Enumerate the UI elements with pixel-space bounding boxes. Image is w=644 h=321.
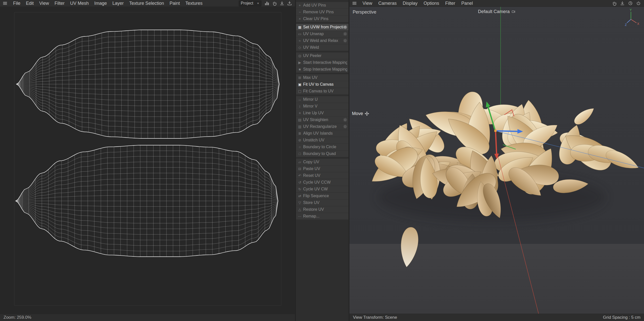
cmd-uv-weld-and-relax-icon: ≈	[297, 39, 302, 43]
cmd-set-uvw-from-projection-icon: ▦	[297, 25, 302, 29]
settings-gear-icon[interactable]	[343, 25, 347, 29]
settings-gear-icon[interactable]	[343, 125, 347, 129]
cmd-uv-peeler[interactable]: ◎UV Peeler	[296, 52, 348, 59]
download-icon[interactable]	[279, 1, 285, 6]
menu-edit[interactable]: Edit	[26, 1, 34, 6]
power-icon[interactable]	[636, 1, 641, 6]
cmd-reset-uv-icon: ↶	[297, 174, 302, 178]
svg-text:Y: Y	[630, 8, 632, 12]
histogram-icon[interactable]	[264, 1, 269, 6]
cmd-uv-straighten-icon: ▤	[297, 118, 302, 122]
menu-filter[interactable]: Filter	[55, 1, 65, 6]
viewport-menu-filter[interactable]: Filter	[445, 1, 455, 6]
cmd-align-uv-islands[interactable]: ≣Align UV Islands	[296, 130, 348, 137]
viewport-menu-panel[interactable]: Panel	[461, 1, 473, 6]
cmd-store-uv[interactable]: ▽Store UV	[296, 199, 348, 206]
chevron-down-icon: ▾	[257, 2, 259, 5]
cmd-label: Paste UV	[303, 167, 347, 171]
pan-hand-icon[interactable]	[272, 1, 277, 6]
settings-gear-icon[interactable]	[343, 118, 347, 122]
cmd-fit-canvas-to-uv[interactable]: ▢Fit Canvas to UV	[296, 88, 348, 94]
cmd-store-uv-icon: ▽	[297, 201, 302, 205]
cmd-boundary-to-quad[interactable]: □Boundary to Quad	[296, 150, 348, 157]
viewport-3d[interactable]: Perspective Default Camera Move YXZ	[349, 7, 644, 314]
cmd-add-uv-pins-icon: +	[297, 3, 302, 7]
cmd-flip-sequence[interactable]: ⇄Flip Sequence	[296, 193, 348, 199]
settings-gear-icon[interactable]	[343, 39, 347, 43]
pan-hand-icon[interactable]	[612, 1, 617, 6]
cmd-cycle-uv-cw[interactable]: ↻Cycle UV CW	[296, 186, 348, 192]
cmd-line-up-uv[interactable]: ≡Line Up UV	[296, 110, 348, 116]
axis-orientation-hud: YXZ	[624, 8, 641, 28]
history-clock-icon[interactable]	[628, 1, 633, 6]
cmd-uv-weld[interactable]: ◇UV Weld	[296, 44, 348, 51]
menu-textures[interactable]: Textures	[185, 1, 203, 6]
cmd-reset-uv[interactable]: ↶Reset UV	[296, 172, 348, 179]
cmd-restore-uv-icon: △	[297, 207, 302, 211]
cmd-remove-uv-pins-icon: −	[297, 10, 302, 14]
cmd-uv-unwrap[interactable]: ▭UV Unwrap	[296, 31, 348, 37]
viewport-hamburger-icon[interactable]	[352, 1, 357, 6]
cmd-max-uv-icon: ⊞	[297, 76, 302, 80]
menu-layer[interactable]: Layer	[112, 1, 124, 6]
viewport-menu-display[interactable]: Display	[403, 1, 418, 6]
cmd-copy-uv-icon: ▱	[297, 160, 302, 164]
view-mode-label[interactable]: Perspective	[353, 10, 376, 15]
hamburger-icon[interactable]	[3, 1, 8, 6]
cmd-unstitch-uv-icon: ⊘	[297, 138, 302, 142]
cmd-uv-rectangularize[interactable]: ▥UV Rectangularize	[296, 123, 348, 130]
cmd-cycle-uv-ccw[interactable]: ↺Cycle UV CCW	[296, 179, 348, 186]
cmd-fit-uv-to-canvas[interactable]: ▣Fit UV to Canvas	[296, 81, 348, 88]
menu-texture-selection[interactable]: Texture Selection	[129, 1, 164, 6]
cmd-mirror-u[interactable]: ↔Mirror U	[296, 96, 348, 103]
menu-view[interactable]: View	[39, 1, 49, 6]
cmd-label: Max UV	[303, 75, 347, 80]
cmd-uv-weld-and-relax[interactable]: ≈UV Weld and Relax	[296, 37, 348, 44]
camera-tag-icon	[511, 10, 515, 14]
viewport-menubar: ViewCamerasDisplayOptionsFilterPanel	[349, 0, 644, 7]
import-download-icon[interactable]	[287, 1, 292, 6]
cmd-remove-uv-pins[interactable]: −Remove UV Pins	[296, 9, 348, 15]
cmd-cycle-uv-ccw-icon: ↺	[297, 180, 302, 184]
cmd-boundary-to-quad-icon: □	[297, 152, 302, 156]
cmd-label: Flip Sequence	[303, 194, 347, 198]
cmd-mirror-u-icon: ↔	[297, 97, 302, 101]
cmd-start-interactive-mapping[interactable]: ▶Start Interactive Mapping	[296, 59, 348, 66]
cmd-label: Reset UV	[303, 173, 347, 178]
cmd-max-uv[interactable]: ⊞Max UV	[296, 74, 348, 81]
viewport-menu-view[interactable]: View	[363, 1, 372, 6]
cmd-label: UV Weld and Relax	[303, 38, 343, 43]
menu-paint[interactable]: Paint	[170, 1, 180, 6]
cmd-paste-uv[interactable]: ⊟Paste UV	[296, 166, 348, 172]
cmd-mirror-v[interactable]: ↕Mirror V	[296, 103, 348, 110]
cmd-stop-interactive-mapping[interactable]: ■Stop Interactive Mapping	[296, 66, 348, 73]
cmd-line-up-uv-icon: ≡	[297, 111, 302, 115]
cmd-set-uvw-from-projection[interactable]: ▦Set UVW from Projection	[296, 24, 348, 30]
cmd-label: Mirror V	[303, 104, 347, 109]
cmd-boundary-to-circle[interactable]: ○Boundary to Circle	[296, 144, 348, 150]
uv-editor-pane: FileEditViewFilterUV MeshImageLayerTextu…	[0, 0, 295, 321]
cmd-add-uv-pins[interactable]: +Add UV Pins	[296, 2, 348, 9]
menu-uv-mesh[interactable]: UV Mesh	[70, 1, 89, 6]
viewport-menu-cameras[interactable]: Cameras	[378, 1, 397, 6]
menu-file[interactable]: File	[13, 1, 20, 6]
cmd-label: UV Weld	[303, 45, 347, 50]
cmd-copy-uv[interactable]: ▱Copy UV	[296, 159, 348, 165]
uv-canvas[interactable]	[0, 7, 295, 314]
menu-image[interactable]: Image	[94, 1, 107, 6]
cmd-restore-uv[interactable]: △Restore UV	[296, 206, 348, 213]
cmd-label: Fit UV to Canvas	[303, 82, 347, 87]
cmd-label: Fit Canvas to UV	[303, 89, 347, 93]
cmd-paste-uv-icon: ⊟	[297, 167, 302, 171]
cmd-clear-uv-pins[interactable]: ×Clear UV Pins	[296, 16, 348, 22]
camera-label[interactable]: Default Camera	[478, 9, 515, 14]
project-dropdown[interactable]: Project ▾	[239, 1, 261, 6]
download-icon[interactable]	[620, 1, 625, 6]
viewport-menu-options[interactable]: Options	[424, 1, 439, 6]
settings-gear-icon[interactable]	[343, 32, 347, 36]
cmd-label: Cycle UV CCW	[303, 180, 347, 185]
cmd-label: Clear UV Pins	[303, 17, 347, 21]
cmd-remap[interactable]: ⋯Remap...	[296, 213, 348, 220]
cmd-uv-straighten[interactable]: ▤UV Straighten	[296, 117, 348, 123]
cmd-unstitch-uv[interactable]: ⊘Unstitch UV	[296, 137, 348, 143]
